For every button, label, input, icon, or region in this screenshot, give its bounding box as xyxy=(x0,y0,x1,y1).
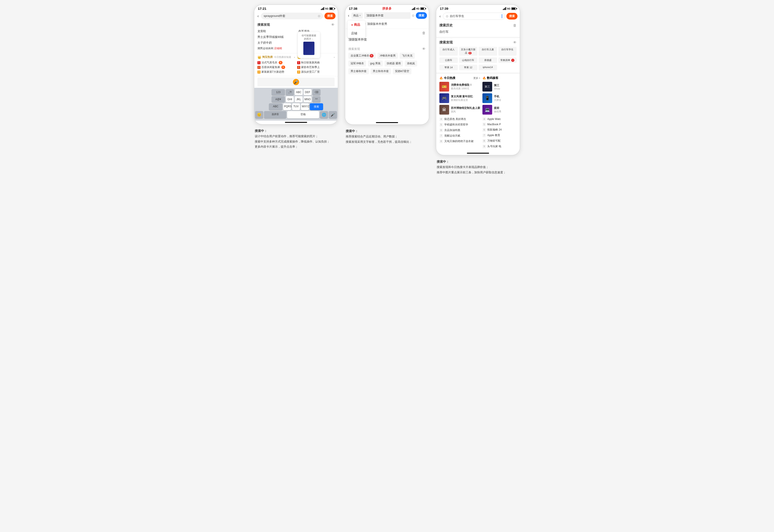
pdd-menu-store[interactable]: 店铺 xyxy=(348,29,365,38)
key-emoji[interactable]: 😊 xyxy=(255,111,263,118)
jd-hot-list8[interactable]: 8 又纯又御的绝绝子连衣裙 xyxy=(439,139,480,144)
mic-icon[interactable]: 🎤 xyxy=(293,79,299,85)
jd-tag[interactable]: 苹果 14 xyxy=(439,65,458,70)
jd-tag[interactable]: 自行车儿童 xyxy=(479,47,497,56)
key-search[interactable]: 搜索 xyxy=(310,103,323,110)
pdd-tag[interactable]: 男士秋冬外套 xyxy=(371,68,391,74)
taobao-search-bar[interactable]: ‹ sprayground外套 ⊙ 搜索 xyxy=(254,11,338,21)
jd-back-btn[interactable]: ‹ xyxy=(438,14,442,19)
jd-hot-list7[interactable]: 7 觉醒运动天赋 xyxy=(439,133,480,139)
jd-search-btn[interactable]: 搜索 xyxy=(506,13,517,20)
jd-tag[interactable]: 自行车学生 xyxy=(498,47,517,56)
jd-hot-list-r7[interactable]: 7 Apple 教育 xyxy=(482,133,516,138)
jd-hot-card-r2[interactable]: 📱 手机 大牌全 xyxy=(482,93,516,103)
taobao-eye-icon[interactable]: 👁 xyxy=(331,23,335,27)
key-abc2[interactable]: ABC xyxy=(269,103,282,110)
pdd-search-bar[interactable]: ‹ 商品 ▼ 顶级版本外套 ⊙ 搜索 ★ 商品 店 xyxy=(345,11,429,20)
hot-item[interactable]: 2 家纺布艺秋季上 xyxy=(297,65,335,70)
jd-hot-list-r9[interactable]: 9 头号玩家 电 xyxy=(482,144,516,149)
taobao-phone-frame: 17:21 5G ‹ sprayground外 xyxy=(254,4,338,125)
key-tuv[interactable]: TUV xyxy=(292,103,300,110)
pdd-menu-goods[interactable]: ★ 商品 xyxy=(348,21,365,29)
jd-hot-list-r5[interactable]: 5 MacBook P xyxy=(482,122,516,127)
key-globe[interactable]: 🌐 xyxy=(320,111,328,118)
jd-hot-list5[interactable]: 5 学稻盛和夫经营哲学 xyxy=(439,122,480,127)
hot-item[interactable]: 1 秋日软装新风格 xyxy=(297,60,335,65)
jd-search-input[interactable]: ⊙ 自行车学生 xyxy=(443,13,505,20)
jd-hot-card1[interactable]: 🎫 消费券免费领取！ 最高优惠 1000元 xyxy=(439,82,480,92)
jd-hot-card-r1[interactable]: 第三 第三 Show xyxy=(482,82,516,92)
pdd-tag[interactable]: 安踏kt7星空 xyxy=(393,68,411,74)
jd-tag[interactable]: 苹果 12 xyxy=(459,65,477,70)
hot-more2[interactable]: › xyxy=(334,56,335,59)
key-pinyin[interactable]: 选拼音 xyxy=(264,111,286,118)
key-punct[interactable]: .,?! xyxy=(286,89,294,95)
pdd-tag[interactable]: 飞行夹克 xyxy=(400,53,415,59)
key-123[interactable]: 123 xyxy=(272,89,285,95)
jd-tag[interactable]: 山地自行车 xyxy=(459,57,477,63)
jd-tag[interactable]: 喜德盛 xyxy=(479,57,497,63)
pdd-discover-eye[interactable]: 👁 xyxy=(422,47,426,51)
hot-item-text: 家纺布艺秋季上 xyxy=(301,65,320,69)
taobao-cam-icon[interactable]: ⊙ xyxy=(318,14,320,18)
pdd-sugg-item2[interactable]: 顶级版本外套男 xyxy=(367,21,387,27)
key-wxyz[interactable]: WXYZ xyxy=(301,103,309,110)
jd-hot-list6[interactable]: 6 京品加油特惠 xyxy=(439,127,480,133)
jd-hot-list-r8[interactable]: 8 万物皆可配 xyxy=(482,138,516,144)
taobao-search-input[interactable]: sprayground外套 ⊙ xyxy=(261,13,323,19)
pdd-tag[interactable]: 冲锋衣外套男 xyxy=(377,53,398,59)
key-def[interactable]: DEF xyxy=(304,89,312,95)
key-abc[interactable]: ABC xyxy=(295,89,303,95)
pdd-tag[interactable]: 吉业重工冲锋衣 热 xyxy=(348,53,376,59)
jd-tag[interactable]: 公路车 xyxy=(439,57,458,63)
hot-card-img-3: 🏛 xyxy=(439,105,449,115)
key-mic[interactable]: 🎤 xyxy=(329,111,337,118)
hot-item[interactable]: 1 法式气质毛衣 热 xyxy=(258,60,295,65)
discover-item[interactable]: 潮男运动休闲 店铺精 xyxy=(258,46,294,51)
discover-item[interactable]: 男士反季羽绒服90绒 xyxy=(258,34,294,40)
jd-tag[interactable]: iphone14 xyxy=(479,65,497,70)
pdd-search-btn[interactable]: 搜索 xyxy=(416,12,427,19)
pdd-tag[interactable]: 添柏岚 xyxy=(405,61,417,67)
jd-hot-list-r4[interactable]: 4 Apple Watc xyxy=(482,116,516,122)
jd-trash-icon[interactable]: 🗑 xyxy=(513,23,516,27)
jd-tag[interactable]: 自行车成人 xyxy=(439,47,458,56)
pdd-search-input[interactable]: 顶级版本外套 xyxy=(364,12,411,19)
discover-item[interactable]: 龙骨鞋 xyxy=(258,29,294,34)
key-pqrs[interactable]: PQRS xyxy=(283,103,291,110)
key-jkl[interactable]: JKL xyxy=(295,96,303,102)
key-mno[interactable]: MNO xyxy=(304,96,312,102)
hot-item[interactable]: 3 源头好货工厂里 xyxy=(297,70,335,74)
pdd-clear-icon[interactable]: 🗑 xyxy=(422,31,426,35)
jd-hot-list-r6[interactable]: 6 投影巅峰 24 xyxy=(482,127,516,133)
key-space[interactable]: 空格 xyxy=(287,111,319,118)
jd-cam-icon[interactable]: ⊙ xyxy=(446,14,448,18)
jd-more-link[interactable]: 更多 > xyxy=(473,76,480,80)
hot-item[interactable]: 2 百搭休闲鲨鱼裤 热 xyxy=(258,65,295,70)
pdd-tag[interactable]: 冠军冲锋衣 xyxy=(348,61,366,67)
pdd-cam-icon[interactable]: ⊙ xyxy=(412,14,414,17)
pdd-tag[interactable]: gxg 男装 xyxy=(368,61,383,67)
key-ghi[interactable]: GHI xyxy=(286,96,294,102)
discover-item[interactable]: 太子奶牛奶 xyxy=(258,40,294,45)
key-delete[interactable]: ⌫ xyxy=(313,89,320,95)
hot-item[interactable]: 3 家装家居7大新趋势 xyxy=(258,70,295,74)
jd-history-item[interactable]: 自行车 xyxy=(439,29,516,35)
key-sym[interactable]: #@¥ xyxy=(272,96,285,102)
pdd-tag[interactable]: 男士春秋外套 xyxy=(348,68,369,74)
key-caret[interactable]: ^^ xyxy=(313,96,320,102)
jd-hot-card-r3[interactable]: 💻 提前 抽优秀 xyxy=(482,105,516,115)
taobao-search-btn[interactable]: 搜索 xyxy=(324,13,336,19)
jd-hot-card2[interactable]: 🎮 复古风潮 童年回忆 新潮好玩看这里 xyxy=(439,93,480,103)
jd-eye-icon[interactable]: 👁 xyxy=(513,41,516,45)
jd-hot-card3[interactable]: 🏛 苏州博物馆定制礼盒上新 国风 xyxy=(439,105,480,115)
taobao-back-btn[interactable]: ‹ xyxy=(257,14,260,18)
jd-search-bar[interactable]: ‹ ⊙ 自行车学生 搜索 xyxy=(436,11,520,21)
jd-hot-list4[interactable]: 4 留恋原色 美好再生 xyxy=(439,116,480,122)
hot-more1[interactable]: › xyxy=(294,56,295,59)
pdd-dropdown-trigger[interactable]: 商品 ▼ xyxy=(352,13,363,19)
pdd-back-btn[interactable]: ‹ xyxy=(347,13,350,18)
jd-tag[interactable]: 京东小魔方新品 新 xyxy=(459,47,477,56)
jd-tag[interactable]: 常购清单 1 xyxy=(498,57,517,63)
pdd-tag[interactable]: 扶稻器 通用 xyxy=(385,61,403,67)
